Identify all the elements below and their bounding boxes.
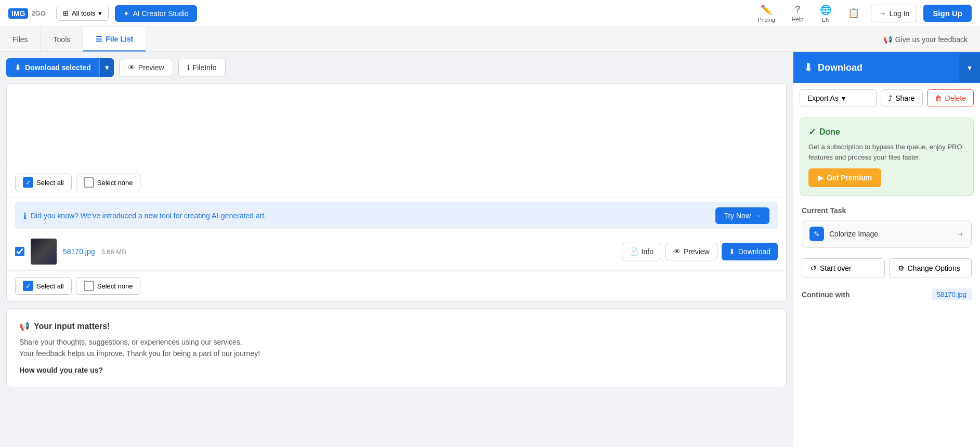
- tools-tab-label: Tools: [54, 35, 71, 44]
- lang-label: EN: [822, 17, 830, 23]
- tools-tab[interactable]: Tools: [41, 27, 84, 51]
- try-now-button[interactable]: Try Now →: [715, 207, 769, 224]
- download-action-icon: ⬇: [729, 247, 735, 256]
- select-all-checkbox-bottom[interactable]: ✓: [23, 281, 33, 291]
- fileinfo-button[interactable]: ℹ FileInfo: [178, 59, 226, 76]
- file-name[interactable]: 58170.jpg: [63, 247, 95, 256]
- get-premium-label: Get Premium: [827, 174, 872, 182]
- help-icon: ?: [795, 4, 800, 15]
- clipboard-nav[interactable]: 📋: [843, 5, 865, 22]
- select-none-bottom-label: Select none: [97, 282, 133, 290]
- arrow-right-icon: →: [754, 212, 761, 220]
- sign-up-button[interactable]: Sign Up: [923, 5, 972, 22]
- file-checkbox[interactable]: [15, 247, 24, 256]
- select-all-bottom-button[interactable]: ✓ Select all: [15, 277, 72, 295]
- select-all-top-button[interactable]: ✓ Select all: [15, 174, 72, 191]
- logo-img: IMG: [8, 8, 28, 19]
- toolbar: ⬇ Download selected ▾ 👁 Preview ℹ FileIn…: [6, 58, 787, 77]
- bolt-icon: ▶: [818, 174, 824, 182]
- eye-action-icon: 👁: [673, 247, 681, 256]
- chevron-down-icon: ▾: [98, 9, 102, 17]
- help-label: Help: [792, 16, 804, 22]
- log-in-label: Log In: [889, 9, 909, 18]
- export-as-button[interactable]: Export As ▾: [800, 89, 877, 107]
- download-selected-button[interactable]: ⬇ Download selected ▾: [6, 58, 114, 77]
- file-info: 58170.jpg 3.66 MB: [63, 247, 126, 256]
- megaphone-icon: 📢: [883, 35, 892, 44]
- download-bar: ⬇ Download ▾: [793, 52, 980, 83]
- rp-download-chevron[interactable]: ▾: [959, 54, 980, 82]
- file-thumb-inner: [31, 239, 57, 265]
- current-task-section: Current Task ✎ Colorize Image →: [793, 200, 980, 254]
- grid-icon: ⊞: [63, 9, 69, 17]
- preview-button[interactable]: 👁 Preview: [119, 59, 173, 76]
- rp-download-main[interactable]: ⬇ Download: [793, 52, 959, 83]
- file-size: 3.66 MB: [101, 248, 126, 256]
- feedback-title: 📢 Your input matters!: [19, 321, 774, 331]
- globe-icon: 🌐: [820, 4, 831, 16]
- ai-creator-button[interactable]: ✦ AI Creator Studio: [115, 5, 197, 22]
- download-icon: ⬇: [15, 63, 21, 72]
- info-action-button[interactable]: 📄 Info: [622, 243, 661, 260]
- file-actions: 📄 Info 👁 Preview ⬇ Download: [622, 243, 778, 260]
- eye-icon: 👁: [128, 63, 135, 72]
- feedback-section: 📢 Your input matters! Share your thought…: [6, 308, 787, 387]
- feedback-text2: Your feedback helps us improve. Thank yo…: [19, 348, 774, 359]
- help-nav[interactable]: ? Help: [787, 2, 809, 24]
- rp-download-icon: ⬇: [804, 61, 813, 74]
- pricing-nav[interactable]: ✏️ Pricing: [752, 2, 780, 25]
- main-layout: ⬇ Download selected ▾ 👁 Preview ℹ FileIn…: [0, 52, 980, 447]
- task-left: ✎ Colorize Image: [809, 227, 878, 241]
- feedback-button[interactable]: 📢 Give us your feedback: [871, 35, 980, 44]
- start-over-button[interactable]: ↺ Start over: [802, 258, 885, 278]
- preview-action-button[interactable]: 👁 Preview: [665, 243, 717, 260]
- change-options-button[interactable]: ⚙ Change Options: [889, 258, 972, 278]
- select-none-top-label: Select none: [97, 179, 133, 187]
- info-circle-icon: ℹ: [187, 63, 190, 72]
- info-banner-text-area: ℹ Did you know? We've introduced a new t…: [23, 211, 266, 221]
- share-button[interactable]: ⤴ Share: [881, 89, 922, 107]
- megaphone-feedback-icon: 📢: [19, 321, 30, 331]
- files-tab[interactable]: Files: [0, 27, 41, 51]
- rp-actions: Export As ▾ ⤴ Share 🗑 Delete: [793, 83, 980, 113]
- task-icon: ✎: [809, 227, 824, 241]
- lang-nav[interactable]: 🌐 EN: [815, 2, 837, 25]
- get-premium-button[interactable]: ▶ Get Premium: [808, 168, 881, 187]
- logo-go: 2GO: [31, 9, 45, 17]
- download-selected-label: Download selected: [25, 63, 91, 72]
- file-list-tab[interactable]: ☰ File List: [83, 27, 146, 51]
- sign-up-label: Sign Up: [933, 9, 962, 18]
- continue-with-section: Continue with 58170.jpg: [793, 282, 980, 307]
- select-all-bottom-label: Select all: [36, 282, 64, 290]
- content-spacer: [7, 84, 786, 167]
- right-panel: ⬇ Download ▾ Export As ▾ ⤴ Share 🗑 Delet…: [793, 52, 980, 447]
- delete-button[interactable]: 🗑 Delete: [927, 89, 974, 107]
- select-none-checkbox-bottom[interactable]: [84, 281, 94, 291]
- all-tools-button[interactable]: ⊞ All tools ▾: [56, 6, 109, 21]
- select-all-checkbox-top[interactable]: ✓: [23, 177, 33, 188]
- rp-download-label: Download: [818, 62, 863, 73]
- clipboard-icon: 📋: [848, 7, 859, 19]
- done-title: ✓ Done: [808, 126, 965, 138]
- task-buttons: ↺ Start over ⚙ Change Options: [793, 254, 980, 282]
- logo[interactable]: IMG 2GO: [8, 8, 46, 19]
- select-none-checkbox-top[interactable]: [84, 177, 94, 188]
- file-thumbnail: [31, 239, 57, 265]
- log-in-button[interactable]: → Log In: [871, 5, 917, 22]
- done-title-text: Done: [819, 127, 840, 137]
- file-row: 58170.jpg 3.66 MB 📄 Info 👁 Preview ⬇ Dow…: [7, 233, 786, 270]
- list-icon: ☰: [96, 35, 102, 43]
- download-action-button[interactable]: ⬇ Download: [722, 243, 778, 260]
- download-selected-chevron[interactable]: ▾: [99, 58, 114, 77]
- ai-icon: ✦: [123, 9, 129, 18]
- select-none-top-button[interactable]: Select none: [76, 174, 141, 191]
- done-desc: Get a subscription to bypass the queue, …: [808, 142, 965, 162]
- task-name: Colorize Image: [829, 230, 878, 238]
- gear-icon: ⚙: [898, 264, 905, 272]
- try-now-label: Try Now: [724, 212, 751, 220]
- top-nav: IMG 2GO ⊞ All tools ▾ ✦ AI Creator Studi…: [0, 0, 980, 27]
- select-none-bottom-button[interactable]: Select none: [76, 277, 141, 295]
- files-tab-label: Files: [12, 35, 28, 44]
- info-banner-text: Did you know? We've introduced a new too…: [31, 212, 266, 220]
- continue-with-file[interactable]: 58170.jpg: [932, 288, 972, 300]
